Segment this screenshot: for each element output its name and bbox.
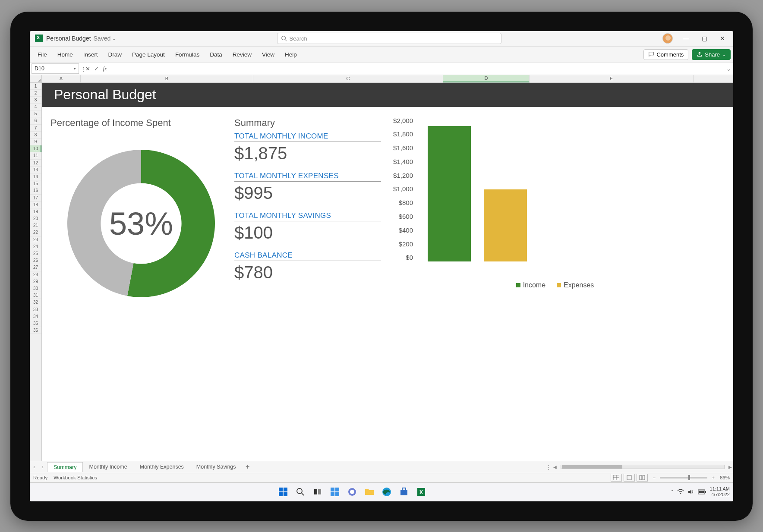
row-header[interactable]: 9 — [30, 139, 41, 145]
row-header[interactable]: 4 — [30, 104, 41, 110]
tray-expand-icon[interactable]: ˄ — [671, 489, 674, 495]
excel-taskbar-button[interactable]: X — [414, 485, 428, 499]
row-header[interactable]: 12 — [30, 160, 41, 167]
save-dropdown-icon[interactable]: ⌄ — [112, 36, 116, 41]
col-header-a[interactable]: A — [42, 75, 81, 82]
row-header[interactable]: 16 — [30, 187, 41, 194]
ribbon-tab-home[interactable]: Home — [52, 48, 78, 61]
task-view-button[interactable] — [311, 485, 325, 499]
ribbon-tab-help[interactable]: Help — [280, 48, 302, 61]
row-header[interactable]: 8 — [30, 132, 41, 139]
col-header-e[interactable]: E — [530, 75, 694, 82]
workbook-stats[interactable]: Workbook Statistics — [54, 475, 97, 480]
row-header[interactable]: 34 — [30, 313, 41, 320]
close-button[interactable]: ✕ — [713, 31, 731, 45]
hscroll-thumb[interactable] — [562, 465, 622, 469]
start-button[interactable] — [276, 485, 290, 499]
view-page-break-button[interactable] — [637, 474, 648, 482]
row-header[interactable]: 2 — [30, 90, 41, 97]
row-header[interactable]: 5 — [30, 110, 41, 117]
taskbar-search-button[interactable] — [293, 485, 307, 499]
zoom-level[interactable]: 86% — [720, 475, 730, 480]
sheet-tab-monthly-savings[interactable]: Monthly Savings — [190, 462, 243, 472]
row-header[interactable]: 14 — [30, 173, 41, 180]
zoom-in-button[interactable]: + — [712, 475, 715, 480]
hscroll-right[interactable]: ▶ — [727, 465, 733, 469]
ribbon-tab-review[interactable]: Review — [227, 48, 257, 61]
tab-nav-prev[interactable]: ‹ — [30, 464, 38, 470]
ribbon-tab-view[interactable]: View — [257, 48, 280, 61]
row-header[interactable]: 26 — [30, 257, 41, 264]
view-normal-button[interactable] — [611, 474, 622, 482]
row-header[interactable]: 3 — [30, 97, 41, 104]
row-header[interactable]: 17 — [30, 195, 41, 201]
row-header[interactable]: 1 — [30, 83, 41, 90]
col-header-c[interactable]: C — [253, 75, 443, 82]
row-header[interactable]: 31 — [30, 292, 41, 299]
row-header[interactable]: 23 — [30, 236, 41, 243]
row-header[interactable]: 6 — [30, 117, 41, 124]
row-header[interactable]: 25 — [30, 250, 41, 257]
zoom-slider[interactable] — [660, 477, 707, 478]
zoom-out-button[interactable]: − — [653, 475, 656, 480]
col-header-d[interactable]: D — [443, 75, 530, 82]
edge-button[interactable] — [380, 485, 394, 499]
sheet-tab-monthly-expenses[interactable]: Monthly Expenses — [134, 462, 190, 472]
clock[interactable]: 11:11 AM 4/7/2022 — [710, 486, 730, 497]
row-header[interactable]: 24 — [30, 243, 41, 250]
ribbon-tab-file[interactable]: File — [32, 48, 52, 61]
formula-expand-icon[interactable]: ⌄ — [724, 66, 733, 72]
row-header[interactable]: 7 — [30, 125, 41, 132]
row-header[interactable]: 29 — [30, 278, 41, 285]
chevron-down-icon[interactable]: ▾ — [74, 66, 76, 71]
row-header[interactable]: 27 — [30, 264, 41, 271]
col-header-b[interactable]: B — [81, 75, 253, 82]
hscroll-left[interactable]: ◀ — [552, 465, 558, 469]
hscroll-track[interactable] — [561, 465, 725, 469]
row-header[interactable]: 10 — [30, 145, 41, 152]
select-all-corner[interactable] — [30, 75, 42, 82]
view-page-layout-button[interactable] — [624, 474, 635, 482]
ribbon-tab-insert[interactable]: Insert — [78, 48, 103, 61]
sheet-canvas[interactable]: Personal Budget Percentage of Income Spe… — [42, 83, 733, 461]
sheet-tab-summary[interactable]: Summary — [47, 462, 83, 472]
volume-icon[interactable] — [687, 489, 694, 495]
file-explorer-button[interactable] — [363, 485, 376, 499]
row-header[interactable]: 28 — [30, 271, 41, 278]
store-button[interactable] — [397, 485, 411, 499]
row-header[interactable]: 35 — [30, 320, 41, 327]
row-header[interactable]: 11 — [30, 152, 41, 159]
sheet-tab-monthly-income[interactable]: Monthly Income — [83, 462, 133, 472]
wifi-icon[interactable] — [677, 489, 684, 495]
widgets-button[interactable] — [328, 485, 342, 499]
avatar[interactable] — [662, 33, 673, 44]
row-header[interactable]: 22 — [30, 229, 41, 236]
add-sheet-button[interactable]: + — [243, 463, 253, 471]
search-input[interactable]: Search — [277, 33, 501, 44]
row-header[interactable]: 13 — [30, 167, 41, 173]
row-header[interactable]: 36 — [30, 327, 41, 334]
row-header[interactable]: 30 — [30, 285, 41, 292]
minimize-button[interactable]: — — [677, 31, 695, 45]
comments-button[interactable]: Comments — [643, 49, 688, 60]
name-box[interactable]: D10 ▾ — [32, 63, 79, 74]
row-header[interactable]: 15 — [30, 180, 41, 187]
tab-nav-next[interactable]: › — [38, 464, 47, 470]
cancel-formula-button[interactable]: ✕ — [83, 66, 92, 72]
save-state[interactable]: Saved — [94, 35, 111, 42]
ribbon-tab-page-layout[interactable]: Page Layout — [127, 48, 170, 61]
maximize-button[interactable]: ▢ — [695, 31, 713, 45]
ribbon-tab-data[interactable]: Data — [205, 48, 227, 61]
share-button[interactable]: Share ⌄ — [692, 49, 731, 60]
tab-options-icon[interactable]: ⋮ — [544, 464, 552, 470]
fx-button[interactable]: fx — [101, 66, 109, 72]
battery-icon[interactable] — [698, 489, 706, 494]
chat-button[interactable] — [345, 485, 359, 499]
row-header[interactable]: 19 — [30, 208, 41, 215]
ribbon-tab-formulas[interactable]: Formulas — [170, 48, 205, 61]
row-header[interactable]: 33 — [30, 306, 41, 313]
ribbon-tab-draw[interactable]: Draw — [103, 48, 127, 61]
row-header[interactable]: 21 — [30, 222, 41, 229]
row-header[interactable]: 18 — [30, 201, 41, 208]
row-header[interactable]: 20 — [30, 215, 41, 222]
